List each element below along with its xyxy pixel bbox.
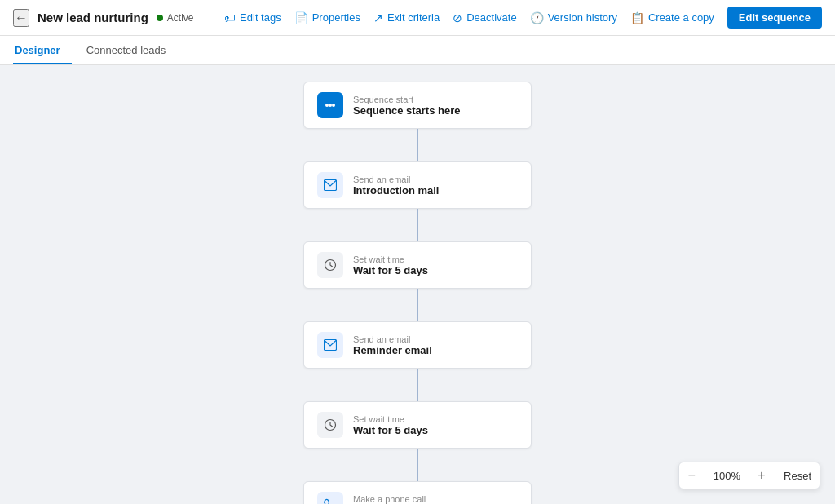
connector-1 bbox=[417, 129, 418, 161]
page-title: New lead nurturing bbox=[38, 11, 148, 24]
step-label-phone-call: Make a phone call bbox=[353, 494, 426, 504]
exit-criteria-icon: ↗ bbox=[373, 11, 383, 24]
deactivate-label: Deactivate bbox=[466, 11, 516, 24]
canvas: Sequence start Sequence starts here Send… bbox=[0, 65, 835, 504]
step-title-wait-1: Wait for 5 days bbox=[353, 264, 428, 276]
step-title-wait-2: Wait for 5 days bbox=[353, 424, 428, 436]
svg-point-2 bbox=[332, 104, 335, 107]
version-history-icon: 🕐 bbox=[530, 11, 544, 24]
connector-5 bbox=[417, 449, 418, 481]
step-label-wait-2: Set wait time bbox=[353, 414, 428, 424]
edit-tags-label: Edit tags bbox=[240, 11, 281, 24]
step-label-send-email-1: Send an email bbox=[353, 175, 439, 184]
step-icon-send-email-1 bbox=[317, 172, 343, 198]
tab-designer[interactable]: Designer bbox=[13, 38, 72, 64]
version-history-button[interactable]: 🕐 Version history bbox=[530, 11, 617, 24]
step-title-sequence-start: Sequence starts here bbox=[353, 104, 461, 117]
flow-container: Sequence start Sequence starts here Send… bbox=[287, 82, 548, 504]
zoom-value: 100% bbox=[705, 470, 749, 482]
step-sequence-start[interactable]: Sequence start Sequence starts here bbox=[303, 82, 532, 129]
deactivate-icon: ⊘ bbox=[453, 11, 462, 24]
step-send-email-1[interactable]: Send an email Introduction mail bbox=[303, 161, 532, 209]
edit-sequence-button[interactable]: Edit sequence bbox=[727, 7, 822, 29]
properties-button[interactable]: 📄 Properties bbox=[294, 11, 360, 24]
status-badge: Active bbox=[157, 12, 194, 24]
svg-point-1 bbox=[329, 104, 332, 107]
step-icon-wait-1 bbox=[317, 252, 343, 278]
header: ← New lead nurturing Active 🏷 Edit tags … bbox=[0, 0, 835, 36]
edit-tags-button[interactable]: 🏷 Edit tags bbox=[224, 11, 281, 24]
connector-4 bbox=[417, 369, 418, 401]
tabs: Designer Connected leads bbox=[0, 36, 835, 65]
status-label: Active bbox=[167, 12, 194, 24]
step-title-send-email-2: Reminder email bbox=[353, 344, 432, 356]
step-phone-call[interactable]: Make a phone call Call customer bbox=[303, 481, 532, 504]
step-icon-phone-call bbox=[317, 492, 343, 504]
header-actions: 🏷 Edit tags 📄 Properties ↗ Exit criteria… bbox=[224, 7, 822, 29]
create-copy-icon: 📋 bbox=[630, 11, 644, 24]
create-copy-label: Create a copy bbox=[648, 11, 714, 24]
step-label-wait-1: Set wait time bbox=[353, 254, 428, 264]
deactivate-button[interactable]: ⊘ Deactivate bbox=[453, 11, 516, 24]
properties-icon: 📄 bbox=[294, 11, 308, 24]
tab-connected-leads[interactable]: Connected leads bbox=[85, 38, 178, 64]
step-label-send-email-2: Send an email bbox=[353, 334, 432, 344]
zoom-reset-button[interactable]: Reset bbox=[775, 462, 820, 489]
zoom-controls: − 100% + Reset bbox=[678, 462, 820, 489]
step-wait-2[interactable]: Set wait time Wait for 5 days bbox=[303, 401, 532, 449]
step-wait-1[interactable]: Set wait time Wait for 5 days bbox=[303, 241, 532, 289]
back-button[interactable]: ← bbox=[13, 9, 29, 27]
step-icon-wait-2 bbox=[317, 412, 343, 438]
create-copy-button[interactable]: 📋 Create a copy bbox=[630, 11, 714, 24]
status-dot bbox=[157, 15, 163, 21]
edit-tags-icon: 🏷 bbox=[224, 11, 236, 24]
step-icon-sequence-start bbox=[317, 92, 343, 118]
step-label-sequence-start: Sequence start bbox=[353, 95, 461, 104]
step-icon-send-email-2 bbox=[317, 332, 343, 358]
exit-criteria-label: Exit criteria bbox=[387, 11, 440, 24]
zoom-out-button[interactable]: − bbox=[679, 462, 705, 489]
connector-3 bbox=[417, 289, 418, 321]
properties-label: Properties bbox=[312, 11, 360, 24]
step-title-send-email-1: Introduction mail bbox=[353, 184, 439, 197]
connector-2 bbox=[417, 209, 418, 241]
exit-criteria-button[interactable]: ↗ Exit criteria bbox=[373, 11, 440, 24]
step-send-email-2[interactable]: Send an email Reminder email bbox=[303, 321, 532, 369]
svg-point-0 bbox=[325, 104, 329, 107]
zoom-in-button[interactable]: + bbox=[749, 462, 775, 489]
version-history-label: Version history bbox=[548, 11, 617, 24]
